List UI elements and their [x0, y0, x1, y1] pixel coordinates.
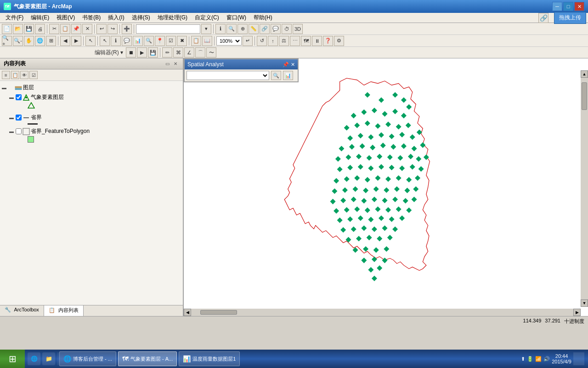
- html-popup-btn[interactable]: 💬: [271, 24, 281, 34]
- sa-dropdown[interactable]: [187, 71, 269, 80]
- freehand-tool[interactable]: 〜: [206, 47, 216, 58]
- maximize-button[interactable]: □: [563, 2, 573, 11]
- province-poly-checkbox[interactable]: [16, 128, 22, 134]
- menu-customize[interactable]: 自定义(C): [191, 13, 223, 23]
- prev-extent-btn[interactable]: ◀: [60, 36, 70, 46]
- zoom-out-btn[interactable]: 🔍-: [13, 36, 23, 46]
- sa-analyze-btn[interactable]: 🔍: [271, 71, 281, 80]
- layer-dropdown-btn[interactable]: ▾: [201, 24, 211, 34]
- taskbar-blog-btn[interactable]: 🌐 博客后台管理 - ...: [59, 351, 116, 366]
- scroll-thumb-h[interactable]: [200, 310, 237, 315]
- globe-btn[interactable]: 🌐: [35, 36, 45, 46]
- weather-expand[interactable]: ▬: [9, 95, 15, 100]
- scroll-up-arrow[interactable]: ▲: [581, 70, 588, 78]
- popup-tool[interactable]: 💬: [122, 36, 132, 46]
- sa-table-btn[interactable]: 📊: [283, 71, 293, 80]
- angle-tool[interactable]: ∠: [184, 47, 194, 58]
- weather-checkbox[interactable]: [16, 94, 22, 100]
- map-area[interactable]: Spatial Analyst 📌 ✕ 🔍 📊: [184, 58, 588, 316]
- toc-restore-btn[interactable]: ▭: [164, 60, 171, 68]
- arrow-tool[interactable]: ↖: [100, 36, 110, 46]
- menu-file[interactable]: 文件(F): [2, 13, 27, 23]
- menu-window[interactable]: 窗口(W): [223, 13, 250, 23]
- next-extent-btn[interactable]: ▶: [71, 36, 81, 46]
- menu-geoprocessing[interactable]: 地理处理(G): [154, 13, 191, 23]
- province-checkbox[interactable]: [16, 115, 22, 121]
- arcreader-btn[interactable]: 📖: [202, 36, 212, 46]
- print-btn[interactable]: 🖨: [35, 24, 45, 34]
- zoom-apply-btn[interactable]: ↵: [243, 36, 253, 46]
- toc-list-by-sel-btn[interactable]: ☑: [29, 71, 38, 79]
- show-desktop-btn[interactable]: [573, 352, 584, 365]
- identify-tool[interactable]: ℹ: [111, 36, 121, 46]
- find-btn[interactable]: 🔍: [226, 24, 237, 34]
- ie-btn[interactable]: 🌐: [28, 352, 40, 365]
- undo-btn[interactable]: ↩: [96, 24, 107, 34]
- table-tool[interactable]: 📊: [133, 36, 143, 46]
- upload-icon-btn[interactable]: 🔗: [538, 13, 548, 23]
- arcmap-tool[interactable]: 🗺: [301, 36, 311, 46]
- edit-save-btn[interactable]: 💾: [148, 47, 158, 58]
- clear-selection[interactable]: ✖: [177, 36, 187, 46]
- scroll-thumb-v[interactable]: [582, 82, 587, 110]
- redo-btn[interactable]: ↪: [107, 24, 118, 34]
- reshape-tool[interactable]: ⌘: [173, 47, 183, 58]
- folder-btn[interactable]: 📁: [42, 352, 55, 365]
- taskbar-arcmap-btn[interactable]: 🗺 气象要素图层 - A...: [118, 351, 177, 366]
- sa-pin-icon[interactable]: 📌: [283, 62, 289, 68]
- sa-close-icon[interactable]: ✕: [291, 62, 295, 68]
- find-tool2[interactable]: 🔍: [144, 36, 154, 46]
- layout-btn[interactable]: 📋: [191, 36, 201, 46]
- north-arrow[interactable]: ↑: [268, 36, 278, 46]
- pause-btn[interactable]: ⏸: [312, 36, 322, 46]
- layers-group-expand[interactable]: ▬: [2, 85, 7, 91]
- layer-input[interactable]: [136, 24, 200, 34]
- toc-list-by-src-btn[interactable]: 📋: [11, 71, 19, 79]
- close-button[interactable]: ✕: [574, 2, 584, 11]
- province-expand[interactable]: ▬: [9, 115, 15, 121]
- hyperlink-btn[interactable]: 🔗: [260, 24, 270, 34]
- paste-btn[interactable]: 📌: [71, 24, 81, 34]
- delete-btn[interactable]: ✕: [82, 24, 92, 34]
- map-vscrollbar[interactable]: ▲ ▼: [581, 70, 588, 307]
- menu-help[interactable]: 帮助(H): [250, 13, 276, 23]
- help-context-btn[interactable]: ❓: [323, 36, 333, 46]
- scroll-right-arrow[interactable]: ▶: [573, 309, 581, 316]
- scale-btn[interactable]: ⚖: [279, 36, 289, 46]
- toc-list-by-draw-btn[interactable]: ≡: [2, 71, 10, 79]
- menu-select[interactable]: 选择(S): [128, 13, 154, 23]
- menu-insert[interactable]: 插入(I): [104, 13, 128, 23]
- toc-close-btn[interactable]: ✕: [172, 60, 179, 68]
- 3d-btn[interactable]: 3D: [293, 24, 303, 34]
- measure-btn[interactable]: 📏: [249, 24, 259, 34]
- toc-tab[interactable]: 📋 内容列表: [44, 305, 84, 316]
- full-extent-btn[interactable]: ⊞: [46, 36, 56, 46]
- rotate-btn[interactable]: ↺: [257, 36, 267, 46]
- arc-tool[interactable]: ⌒: [195, 47, 205, 58]
- editor-label[interactable]: 编辑器(R) ▾: [95, 49, 123, 57]
- scroll-down-arrow[interactable]: ▼: [581, 299, 588, 307]
- identify-btn[interactable]: ℹ: [215, 24, 226, 34]
- map-hscrollbar[interactable]: ◀ ▶: [184, 309, 581, 316]
- scroll-left-arrow[interactable]: ◀: [184, 309, 191, 316]
- settings-btn[interactable]: ⚙: [334, 36, 344, 46]
- menu-view[interactable]: 视图(V): [53, 13, 79, 23]
- zoom-select[interactable]: 100% 50% 200%: [216, 36, 242, 46]
- select-features-btn[interactable]: ↖: [85, 36, 96, 46]
- save-btn[interactable]: 💾: [24, 24, 34, 34]
- pan-btn[interactable]: ✋: [24, 36, 34, 46]
- copy-btn[interactable]: 📋: [60, 24, 70, 34]
- start-button[interactable]: ⊞: [0, 350, 25, 368]
- more-btn[interactable]: ⋯: [290, 36, 300, 46]
- add-data-btn[interactable]: ➕: [122, 24, 132, 34]
- arctoolbox-tab[interactable]: 🔧 ArcToolbox: [0, 305, 44, 316]
- edit-start-btn[interactable]: ▶: [137, 47, 147, 58]
- upload-button[interactable]: 拖拽上传: [554, 12, 586, 24]
- province-poly-expand[interactable]: ▬: [9, 129, 15, 134]
- menu-edit[interactable]: 编辑(E): [27, 13, 53, 23]
- select-tool[interactable]: ☑: [166, 36, 176, 46]
- zoom-in-btn[interactable]: 🔍+: [2, 36, 12, 46]
- cut-btn[interactable]: ✂: [49, 24, 59, 34]
- menu-bookmark[interactable]: 书签(B): [79, 13, 104, 23]
- time-slider-btn[interactable]: ⏱: [282, 24, 292, 34]
